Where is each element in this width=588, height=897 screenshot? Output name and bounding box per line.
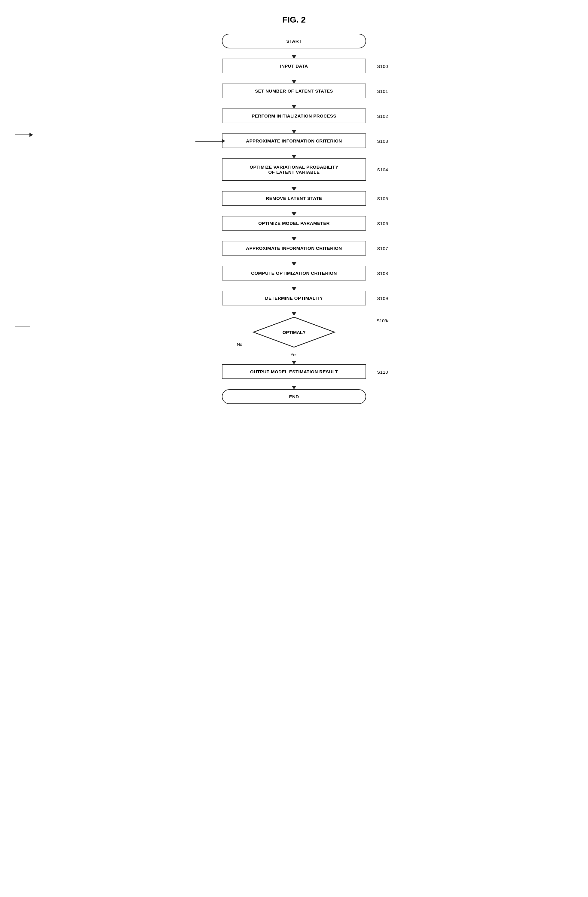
svg-marker-0 bbox=[253, 317, 335, 347]
s110-label: S110 bbox=[377, 369, 388, 374]
s104-line1: OPTIMIZE VARIATIONAL PROBABILITY bbox=[228, 164, 360, 170]
s109a-wrap: OPTIMAL? S109a No Yes bbox=[222, 315, 366, 349]
arrow-10 bbox=[222, 305, 366, 315]
s104-line2: OF LATENT VARIABLE bbox=[228, 170, 360, 175]
flowchart: START INPUT DATA S100 SET NUMBER OF LATE… bbox=[198, 34, 390, 404]
start-box: START bbox=[222, 34, 366, 48]
s101-box: SET NUMBER OF LATENT STATES S101 bbox=[222, 84, 366, 98]
arrow-1 bbox=[222, 73, 366, 84]
s102-box: PERFORM INITIALIZATION PROCESS S102 bbox=[222, 109, 366, 123]
arrow-6 bbox=[222, 206, 366, 216]
s109a-label: S109a bbox=[377, 318, 390, 323]
s105-box: REMOVE LATENT STATE S105 bbox=[222, 191, 366, 206]
diamond-svg bbox=[252, 315, 336, 349]
s100-box: INPUT DATA S100 bbox=[222, 59, 366, 73]
s108-box: COMPUTE OPTIMIZATION CRITERION S108 bbox=[222, 266, 366, 280]
no-label: No bbox=[237, 342, 242, 347]
arrow-9 bbox=[222, 280, 366, 291]
page: FIG. 2 START INPUT DATA S100 SET NUMBER … bbox=[192, 6, 396, 416]
s103-label: S103 bbox=[377, 138, 388, 143]
s102-label: S102 bbox=[377, 113, 388, 118]
arrow-0 bbox=[222, 48, 366, 59]
s109-box: DETERMINE OPTIMALITY S109 bbox=[222, 291, 366, 305]
s107-box: APPROXIMATE INFORMATION CRITERION S107 bbox=[222, 241, 366, 256]
s103-box: APPROXIMATE INFORMATION CRITERION S103 bbox=[222, 133, 366, 148]
s104-label: S104 bbox=[377, 167, 388, 172]
s104-box: OPTIMIZE VARIATIONAL PROBABILITY OF LATE… bbox=[222, 158, 366, 181]
s107-label: S107 bbox=[377, 246, 388, 251]
arrow-7 bbox=[222, 231, 366, 241]
svg-marker-4 bbox=[29, 133, 33, 137]
figure-title: FIG. 2 bbox=[198, 15, 390, 24]
arrow-4 bbox=[222, 148, 366, 158]
arrow-2 bbox=[222, 98, 366, 109]
s106-box: OPTIMIZE MODEL PARAMETER S106 bbox=[222, 216, 366, 231]
arrow-8 bbox=[222, 256, 366, 266]
s105-label: S105 bbox=[377, 196, 388, 201]
s108-label: S108 bbox=[377, 271, 388, 276]
arrow-5 bbox=[222, 181, 366, 191]
yes-label: Yes bbox=[291, 352, 298, 357]
end-box: END bbox=[222, 389, 366, 404]
s100-label: S100 bbox=[377, 63, 388, 69]
s110-box: OUTPUT MODEL ESTIMATION RESULT S110 bbox=[222, 364, 366, 379]
s106-label: S106 bbox=[377, 220, 388, 226]
arrow-11 bbox=[222, 379, 366, 389]
s103-wrap: APPROXIMATE INFORMATION CRITERION S103 bbox=[222, 133, 366, 148]
s101-label: S101 bbox=[377, 88, 388, 93]
arrow-3 bbox=[222, 123, 366, 133]
s109-label: S109 bbox=[377, 295, 388, 301]
